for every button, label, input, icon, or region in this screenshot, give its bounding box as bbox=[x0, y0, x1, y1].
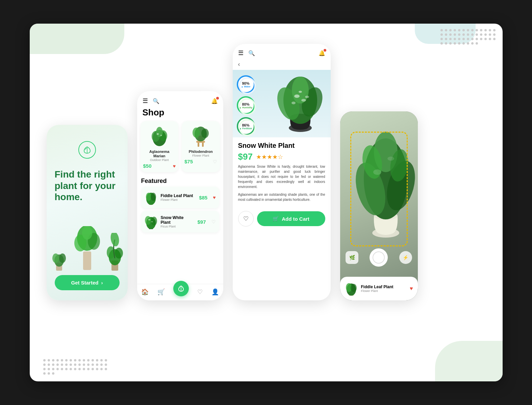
svg-point-56 bbox=[305, 96, 309, 98]
detail-search-icon[interactable]: 🔍 bbox=[248, 50, 255, 56]
dot bbox=[78, 359, 81, 361]
phone-product-detail: ☰ 🔍 🔔 ‹ bbox=[233, 44, 331, 300]
dot bbox=[52, 363, 54, 366]
dot bbox=[484, 33, 487, 36]
product-hero: 90% ▲ Water 80% ▲ Humidity bbox=[233, 70, 331, 137]
snow-white-image-sm bbox=[145, 214, 157, 230]
ar-gallery-button[interactable]: 🌿 bbox=[346, 251, 358, 264]
dot bbox=[445, 33, 447, 36]
dot bbox=[445, 29, 447, 31]
wishlist-snow-white[interactable]: ♡ bbox=[211, 219, 216, 224]
phones-container: Find the right plant for your home. bbox=[47, 44, 486, 300]
detail-notification[interactable]: 🔔 bbox=[319, 50, 325, 56]
svg-point-52 bbox=[292, 77, 309, 104]
ar-plant-name: Fiddle Leaf Plant bbox=[361, 285, 407, 289]
dot bbox=[449, 33, 452, 36]
add-to-cart-button[interactable]: 🛒 Add to Cart bbox=[257, 211, 325, 226]
app-logo bbox=[78, 141, 96, 159]
dot bbox=[449, 38, 452, 40]
dot bbox=[65, 363, 68, 366]
detail-menu-icon[interactable]: ☰ bbox=[238, 49, 244, 57]
dot bbox=[43, 359, 46, 361]
svg-point-71 bbox=[351, 284, 357, 292]
featured-item-snow-white[interactable]: Snow White Plant Ficus Plant $97 ♡ bbox=[141, 211, 219, 233]
product-card-philodendron[interactable]: Philodendron Flower Plant $75 ♡ bbox=[182, 121, 220, 172]
nav-cart-icon[interactable]: 🛒 bbox=[157, 288, 165, 296]
svg-point-55 bbox=[292, 102, 296, 104]
dot bbox=[48, 372, 50, 375]
plant-left bbox=[50, 240, 69, 273]
capture-inner bbox=[373, 251, 385, 264]
gallery-icon: 🌿 bbox=[349, 255, 355, 260]
wishlist-philodendron[interactable]: ♡ bbox=[213, 159, 217, 164]
svg-point-34 bbox=[151, 193, 156, 201]
featured-item-fiddle[interactable]: Fiddle Leaf Plant Flower Plant $85 ♥ bbox=[141, 187, 219, 208]
ar-controls: 🌿 ⚡ bbox=[340, 248, 418, 267]
nav-profile-icon[interactable]: 👤 bbox=[211, 288, 219, 296]
dot bbox=[476, 38, 478, 40]
dot bbox=[471, 38, 474, 40]
nav-fab-plant[interactable] bbox=[173, 281, 189, 296]
ar-fiddle-thumbnail bbox=[345, 281, 358, 296]
aglaonema-image bbox=[148, 125, 171, 148]
wishlist-aglaonema[interactable]: ♥ bbox=[173, 163, 176, 169]
dot bbox=[100, 359, 103, 361]
humidity-stat: 80% ▲ Humidity bbox=[237, 96, 255, 114]
get-started-button[interactable]: Get Started › bbox=[55, 275, 120, 290]
dot bbox=[87, 368, 90, 370]
fiddle-price: $85 bbox=[199, 195, 207, 200]
dot bbox=[480, 29, 482, 31]
svg-point-30 bbox=[201, 129, 209, 138]
search-icon[interactable]: 🔍 bbox=[153, 98, 159, 104]
dot bbox=[70, 363, 72, 366]
plant-illustration-area bbox=[47, 213, 128, 273]
splash-tagline: Find the right plant for your home. bbox=[55, 169, 120, 203]
dot bbox=[78, 368, 81, 370]
svg-point-54 bbox=[301, 99, 306, 102]
dot bbox=[467, 29, 469, 31]
ar-plant-card[interactable]: Fiddle Leaf Plant Flower Plant ♥ bbox=[340, 277, 418, 300]
ar-plant-type: Flower Plant bbox=[361, 289, 407, 293]
fab-leaf-icon bbox=[177, 285, 185, 292]
ar-flash-button[interactable]: ⚡ bbox=[399, 251, 412, 264]
flash-icon: ⚡ bbox=[403, 255, 408, 260]
product-name-philodendron: Philodendron bbox=[184, 150, 217, 154]
dot bbox=[48, 368, 50, 370]
water-stat: 90% ▲ Water bbox=[237, 75, 255, 93]
dot bbox=[493, 29, 496, 31]
nav-wishlist-icon[interactable]: ♡ bbox=[197, 288, 203, 296]
ar-capture-button[interactable] bbox=[370, 248, 388, 267]
product-card-aglaonema[interactable]: Aglaonema Marian Outdoor Plant $50 ♥ bbox=[141, 121, 179, 172]
dot bbox=[78, 363, 81, 366]
dot bbox=[489, 29, 491, 31]
dot bbox=[100, 368, 103, 370]
ar-wishlist-heart[interactable]: ♥ bbox=[410, 286, 413, 292]
menu-icon[interactable]: ☰ bbox=[143, 97, 148, 105]
fertilizer-stat: 86% ▲ Fertilizer bbox=[237, 117, 255, 135]
dot bbox=[476, 29, 478, 31]
wishlist-button[interactable]: ♡ bbox=[238, 211, 254, 226]
dot bbox=[65, 359, 68, 361]
deco-dots-bl bbox=[43, 359, 111, 375]
dot bbox=[43, 363, 46, 366]
dot bbox=[61, 363, 63, 366]
nav-home-icon[interactable]: 🏠 bbox=[141, 288, 149, 296]
notification-badge[interactable]: 🔔 bbox=[211, 98, 218, 104]
back-arrow-icon[interactable]: ‹ bbox=[238, 61, 240, 68]
svg-point-57 bbox=[299, 91, 302, 93]
phone-shop: ☰ 🔍 🔔 Shop bbox=[137, 91, 223, 300]
wishlist-fiddle[interactable]: ♥ bbox=[213, 195, 216, 200]
featured-section: Featured Fiddle Leaf Plant Flower Plant … bbox=[137, 176, 223, 237]
dot bbox=[440, 33, 443, 36]
product-type-aglaonema: Outdoor Plant bbox=[143, 158, 176, 162]
header-left: ☰ 🔍 bbox=[143, 97, 159, 105]
star-rating: ★★★★☆ bbox=[256, 153, 283, 161]
dot bbox=[484, 29, 487, 31]
product-cards-row: Aglaonema Marian Outdoor Plant $50 ♥ bbox=[137, 121, 223, 176]
dot bbox=[454, 29, 456, 31]
dot bbox=[61, 368, 63, 370]
svg-point-14 bbox=[109, 233, 120, 247]
featured-title: Featured bbox=[141, 178, 219, 185]
dot bbox=[100, 363, 103, 366]
dot bbox=[96, 368, 98, 370]
